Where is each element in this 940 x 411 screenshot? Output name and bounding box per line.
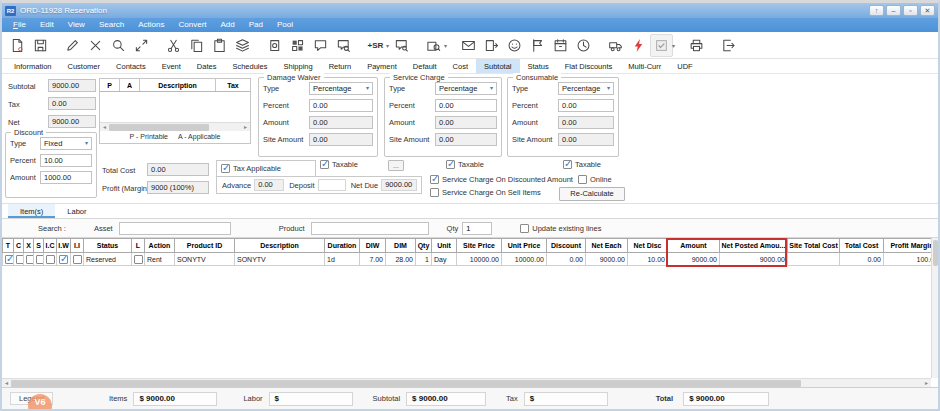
flag-button[interactable]	[526, 34, 549, 57]
sc-more-button[interactable]: ...	[388, 160, 404, 171]
cell-t[interactable]	[3, 253, 14, 266]
save-button[interactable]	[29, 34, 52, 57]
find-note-button[interactable]	[390, 34, 413, 57]
items-tab-labor[interactable]: Labor	[55, 204, 98, 218]
exit-button[interactable]	[717, 34, 740, 57]
tab-payment[interactable]: Payment	[359, 59, 405, 73]
truck-button[interactable]	[604, 34, 627, 57]
menu-item-actions[interactable]: Actions	[131, 18, 171, 32]
tab-return[interactable]: Return	[321, 59, 360, 73]
column-unit-price[interactable]: Unit Price	[502, 239, 547, 253]
column-action[interactable]: Action	[145, 239, 175, 253]
minimize-button[interactable]: –	[886, 5, 901, 16]
row-checkbox-s[interactable]	[36, 255, 44, 264]
dw-taxable-checkbox[interactable]	[320, 160, 329, 169]
calendar-button[interactable]	[549, 34, 572, 57]
column-diw[interactable]: DIW	[360, 239, 386, 253]
tab-subtotal[interactable]: Subtotal	[476, 59, 520, 73]
deposit-field[interactable]	[318, 179, 346, 191]
vscroll-thumb[interactable]	[933, 240, 938, 266]
column-l[interactable]: L	[132, 239, 145, 253]
dw-type-select[interactable]: Percentage▾	[309, 82, 373, 95]
grid-button[interactable]	[286, 34, 309, 57]
column-net-posted-amou-[interactable]: Net Posted Amou...	[720, 239, 788, 253]
menu-item-file[interactable]: File	[6, 18, 33, 32]
column-product-id[interactable]: Product ID	[175, 239, 235, 253]
pin-button[interactable]: ↑	[869, 5, 884, 16]
hscroll-thumb[interactable]	[11, 380, 801, 387]
tab-default[interactable]: Default	[405, 59, 445, 73]
recalculate-button[interactable]: Re-Calculate	[559, 187, 625, 201]
column-x[interactable]: X	[24, 239, 34, 253]
cons-taxable-checkbox[interactable]	[563, 160, 572, 169]
duplicate-button[interactable]	[263, 34, 286, 57]
product-input[interactable]	[311, 222, 429, 235]
sc-on-sell-checkbox[interactable]	[430, 188, 439, 197]
column-c[interactable]: C	[14, 239, 24, 253]
row-checkbox-i-i[interactable]	[73, 255, 82, 264]
tab-event[interactable]: Event	[154, 59, 189, 73]
qty-input[interactable]	[462, 222, 492, 235]
new-document-button[interactable]	[6, 34, 29, 57]
items-table-vscrollbar[interactable]	[931, 238, 938, 378]
column-unit[interactable]: Unit	[432, 239, 457, 253]
column-total-cost[interactable]: Total Cost	[840, 239, 884, 253]
tax-grid-col-description[interactable]: Description	[140, 79, 216, 91]
column-net-disc[interactable]: Net Disc	[628, 239, 668, 253]
row-checkbox-i-c[interactable]	[46, 255, 55, 264]
items-table-hscrollbar[interactable]: ◂ ▸	[2, 378, 931, 387]
tab-contacts[interactable]: Contacts	[108, 59, 154, 73]
asset-input[interactable]	[119, 222, 231, 235]
menu-item-view[interactable]: View	[61, 18, 92, 32]
column-i-w[interactable]: I.W	[57, 239, 71, 253]
row-checkbox-t[interactable]	[5, 255, 14, 264]
close-button[interactable]: ✕	[920, 5, 935, 16]
row-checkbox-c[interactable]	[16, 255, 24, 264]
cut-button[interactable]	[162, 34, 185, 57]
items-tab-item-s-[interactable]: Item(s)	[8, 204, 55, 218]
cell-c[interactable]	[14, 253, 24, 266]
row-checkbox-x[interactable]	[26, 255, 34, 264]
row-checkbox-l[interactable]	[134, 255, 143, 264]
tab-multi-curr[interactable]: Multi-Curr	[620, 59, 669, 73]
cell-i-i[interactable]	[71, 253, 84, 266]
sc-percent-field[interactable]: 0.00	[435, 99, 497, 112]
lightning-button[interactable]	[627, 34, 650, 57]
search-button[interactable]	[107, 34, 130, 57]
discount-type-select[interactable]: Fixed▾	[40, 137, 92, 150]
tab-status[interactable]: Status	[520, 59, 557, 73]
online-checkbox[interactable]	[578, 175, 587, 184]
column-profit-margin[interactable]: Profit Margin	[884, 239, 932, 253]
tax-grid-scroll-thumb[interactable]	[109, 124, 209, 131]
tab-information[interactable]: Information	[6, 59, 60, 73]
tab-cost[interactable]: Cost	[445, 59, 476, 73]
menu-item-pad[interactable]: Pad	[242, 18, 270, 32]
tax-applicable-checkbox[interactable]	[221, 164, 230, 173]
maximize-button[interactable]: ▫	[903, 5, 918, 16]
menu-item-add[interactable]: Add	[214, 18, 242, 32]
tax-grid-col-p[interactable]: P	[100, 79, 120, 91]
cell-i-w[interactable]	[57, 253, 71, 266]
delete-button[interactable]	[84, 34, 107, 57]
cell-i-c[interactable]	[44, 253, 57, 266]
cons-percent-field[interactable]: 0.00	[558, 99, 614, 112]
package-search-button[interactable]	[422, 34, 445, 57]
sc-taxable-checkbox[interactable]	[446, 160, 455, 169]
tab-schedules[interactable]: Schedules	[224, 59, 275, 73]
task-dropdown-button[interactable]	[650, 34, 673, 57]
tab-dates[interactable]: Dates	[189, 59, 225, 73]
expand-button[interactable]	[130, 34, 153, 57]
cell-x[interactable]	[24, 253, 34, 266]
sc-type-select[interactable]: Percentage▾	[435, 82, 497, 95]
scroll-right-icon[interactable]: ▸	[241, 123, 250, 131]
column-i-c[interactable]: I.C	[44, 239, 57, 253]
add-sr-caret-icon[interactable]: ▾	[386, 42, 389, 49]
tab-udf[interactable]: UDF	[669, 59, 700, 73]
layers-button[interactable]	[231, 34, 254, 57]
menu-item-convert[interactable]: Convert	[172, 18, 214, 32]
smiley-button[interactable]	[503, 34, 526, 57]
column-amount[interactable]: Amount	[668, 239, 720, 253]
copy-button[interactable]	[185, 34, 208, 57]
column-description[interactable]: Description	[235, 239, 325, 253]
table-row[interactable]: ReservedRentSONYTVSONYTV1d7.0028.001Day1…	[3, 253, 932, 266]
